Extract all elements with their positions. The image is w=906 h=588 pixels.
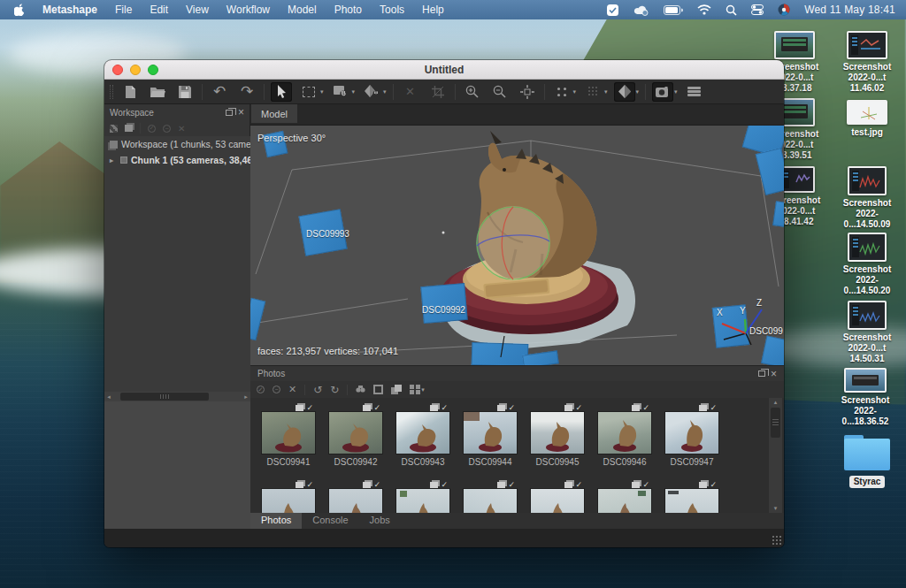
add-photos-icon[interactable] <box>125 125 133 132</box>
close-panel-icon[interactable]: × <box>238 108 244 117</box>
float-panel-icon[interactable] <box>226 110 233 116</box>
chevron-down-icon[interactable]: ▾ <box>604 88 608 95</box>
photos-vertical-scrollbar[interactable]: ▴ ▾ <box>769 398 782 513</box>
photo-item[interactable]: ✓ <box>389 489 457 513</box>
enable-cameras-icon[interactable]: ✓ <box>148 125 156 133</box>
window-title-bar[interactable]: Untitled <box>104 60 784 80</box>
remove-items-icon[interactable]: ✕ <box>178 124 185 134</box>
desktop-icon-screenshot[interactable]: Screenshot2022-0...t 14.50.31 <box>833 301 901 364</box>
add-chunk-icon[interactable] <box>110 125 118 133</box>
window-close-button[interactable] <box>112 65 123 75</box>
chevron-down-icon[interactable]: ▾ <box>636 88 640 95</box>
selection-arrow-tool[interactable] <box>271 82 292 102</box>
crop-selection-button[interactable] <box>427 82 449 102</box>
control-center-icon[interactable] <box>751 3 764 17</box>
photo-item[interactable]: ✓ <box>524 489 591 513</box>
disclosure-triangle-icon[interactable]: ▸ <box>110 157 117 164</box>
desktop-icon-screenshot[interactable]: Screenshot2022-0...18.36.52 <box>832 368 899 427</box>
tree-item-chunk[interactable]: ▸ Chunk 1 (53 cameras, 38,464 <box>104 152 250 168</box>
open-project-button[interactable] <box>147 82 168 102</box>
status-wifi-icon[interactable] <box>697 3 711 17</box>
close-panel-icon[interactable]: × <box>771 370 777 378</box>
undo-button[interactable]: ↶ <box>209 82 230 102</box>
dense-cloud-view-button[interactable] <box>582 82 603 102</box>
disable-photo-icon[interactable]: − <box>273 386 280 393</box>
chevron-down-icon[interactable]: ▾ <box>573 88 577 95</box>
scroll-right-icon[interactable]: ▸ <box>242 393 250 401</box>
show-images-button[interactable] <box>684 82 705 102</box>
disable-cameras-icon[interactable]: − <box>163 125 171 133</box>
photo-item[interactable]: ✓ <box>591 489 658 513</box>
toolbar-grip[interactable] <box>110 85 113 99</box>
menu-app-name[interactable]: Metashape <box>42 4 97 16</box>
photo-item[interactable]: ✓ DSC09943 <box>389 412 457 467</box>
status-cloud-icon[interactable] <box>633 3 649 17</box>
rotate-object-tool[interactable] <box>361 82 382 102</box>
photo-item[interactable]: ✓ DSC09946 <box>591 412 658 467</box>
thumbnails-mode-icon[interactable] <box>391 385 402 394</box>
float-panel-icon[interactable] <box>758 370 765 377</box>
menu-workflow[interactable]: Workflow <box>226 4 270 16</box>
shaded-model-view-button[interactable] <box>614 82 635 102</box>
redo-button[interactable]: ↷ <box>236 82 257 102</box>
menu-tools[interactable]: Tools <box>380 4 404 16</box>
desktop-icon-test-jpg[interactable]: test.jpg <box>833 100 901 138</box>
menu-clock[interactable]: Wed 11 May 18:41 <box>804 4 895 16</box>
status-battery-icon[interactable] <box>664 3 683 17</box>
status-checkmark-icon[interactable] <box>606 3 619 17</box>
scroll-down-icon[interactable]: ▾ <box>769 505 782 512</box>
rotate-right-icon[interactable]: ↻ <box>330 384 339 396</box>
enable-photo-icon[interactable]: ✓ <box>257 386 265 393</box>
rotate-left-icon[interactable]: ↺ <box>313 384 322 396</box>
photo-item[interactable]: ✓ <box>255 489 322 513</box>
photo-item[interactable]: ✓ DSC09947 <box>658 412 726 467</box>
menu-photo[interactable]: Photo <box>334 4 362 16</box>
desktop-icon-screenshot[interactable]: Screenshot2022-0...14.50.20 <box>833 233 901 296</box>
menu-file[interactable]: File <box>115 4 132 16</box>
tab-console[interactable]: Console <box>302 513 358 529</box>
chevron-down-icon[interactable]: ▾ <box>320 88 324 95</box>
window-minimize-button[interactable] <box>130 65 141 75</box>
chevron-down-icon[interactable]: ▾ <box>421 386 425 393</box>
menu-view[interactable]: View <box>186 4 209 16</box>
navigation-tool[interactable] <box>330 82 351 102</box>
rectangle-selection-tool[interactable] <box>298 82 319 102</box>
scroll-up-icon[interactable]: ▴ <box>769 399 782 406</box>
details-view-icon[interactable] <box>410 385 420 394</box>
desktop-icon-styrac-folder[interactable]: Styrac <box>833 435 901 488</box>
new-document-button[interactable] <box>119 82 141 102</box>
photo-item[interactable]: ✓ DSC09945 <box>524 412 591 467</box>
remove-photo-icon[interactable]: ✕ <box>288 384 296 395</box>
save-project-button[interactable] <box>174 82 196 102</box>
scrollbar-thumb[interactable] <box>120 393 209 401</box>
menu-model[interactable]: Model <box>288 4 317 16</box>
scroll-left-icon[interactable]: ◂ <box>104 393 113 401</box>
view-matches-icon[interactable] <box>356 386 365 393</box>
chevron-down-icon[interactable]: ▾ <box>383 88 387 95</box>
show-cameras-button[interactable] <box>652 82 673 102</box>
apple-menu-icon[interactable] <box>14 3 25 17</box>
user-switcher-icon[interactable] <box>778 3 790 17</box>
point-cloud-view-button[interactable] <box>551 82 572 102</box>
workspace-horizontal-scrollbar[interactable]: ◂ ▸ <box>104 392 250 401</box>
photo-item[interactable]: ✓ DSC09941 <box>255 412 322 467</box>
chevron-down-icon[interactable]: ▾ <box>674 88 678 95</box>
menu-help[interactable]: Help <box>422 4 444 16</box>
reset-view-button[interactable] <box>517 82 538 102</box>
tree-item-workspace-root[interactable]: Workspace (1 chunks, 53 cameras) <box>104 136 250 152</box>
scrollbar-thumb[interactable] <box>771 408 780 438</box>
photo-item[interactable]: ✓ <box>322 489 389 513</box>
photo-item[interactable]: ✓ <box>658 489 726 513</box>
open-photo-icon[interactable] <box>373 385 383 394</box>
model-3d-viewport[interactable]: Perspective 30° faces: 213,957 vertices:… <box>250 126 784 365</box>
photo-item[interactable]: ✓ DSC09942 <box>322 412 389 467</box>
zoom-out-button[interactable] <box>489 82 511 102</box>
menu-edit[interactable]: Edit <box>150 4 168 16</box>
delete-selection-button[interactable]: ✕ <box>400 82 421 102</box>
desktop-icon-screenshot[interactable]: Screenshot2022-0...t 11.46.02 <box>833 31 901 94</box>
tab-photos[interactable]: Photos <box>250 513 302 529</box>
zoom-in-button[interactable] <box>462 82 483 102</box>
desktop-icon-screenshot[interactable]: Screenshot2022-0...14.50.09 <box>833 166 901 230</box>
photo-item[interactable]: ✓ <box>457 489 524 513</box>
tab-model[interactable]: Model <box>251 104 297 123</box>
